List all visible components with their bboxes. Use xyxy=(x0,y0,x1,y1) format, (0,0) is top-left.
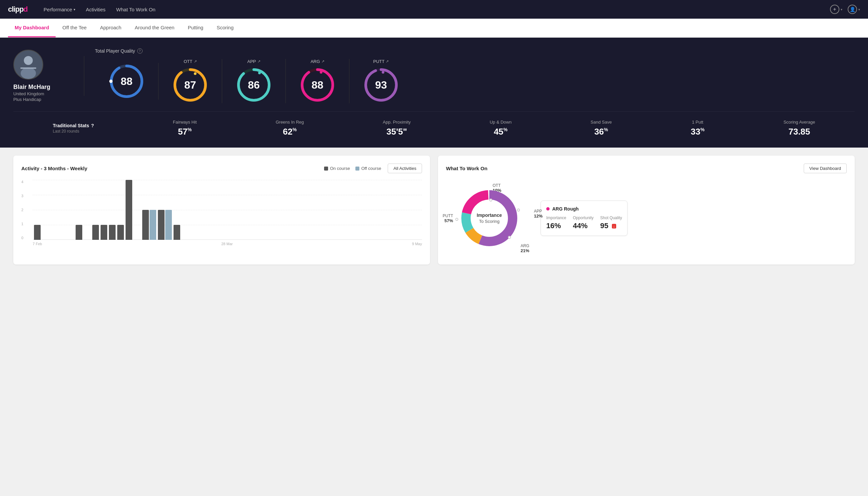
chart-area xyxy=(33,180,422,240)
y-label-3: 3 xyxy=(21,194,23,198)
bar-group-15 xyxy=(174,225,180,240)
player-country: United Kingdom xyxy=(13,91,44,96)
y-label-1: 1 xyxy=(21,222,23,226)
bar-on-11 xyxy=(126,180,132,240)
bar-group-13 xyxy=(142,210,156,240)
tab-my-dashboard[interactable]: My Dashboard xyxy=(8,19,56,37)
all-activities-button[interactable]: All Activities xyxy=(388,164,422,173)
chart-title: Activity - 3 Months - Weekly xyxy=(21,166,87,171)
top-nav: clippd Performance ▾ Activities What To … xyxy=(0,0,868,19)
gauge-app: APP ↗ 86 xyxy=(222,59,286,103)
stat-up-and-down: Up & Down 45% xyxy=(490,120,511,137)
bar-on-9 xyxy=(109,225,115,240)
bar-group-9 xyxy=(109,225,115,240)
x-label-mar: 28 Mar xyxy=(221,242,233,246)
y-label-0: 0 xyxy=(21,236,23,240)
gauge-circle-app: 86 xyxy=(236,67,272,103)
hero-section: Blair McHarg United Kingdom Plus Handica… xyxy=(0,37,868,148)
donut-label-app: APP 12% xyxy=(534,209,542,218)
x-label-feb: 7 Feb xyxy=(33,242,42,246)
brand-logo[interactable]: clippd xyxy=(8,5,28,14)
arg-dot xyxy=(546,207,550,211)
bar-chart-container: 4 3 2 1 0 xyxy=(21,180,422,246)
shot-quality-badge: ↓ xyxy=(612,224,617,229)
bar-group-8 xyxy=(100,225,107,240)
arg-stats: Importance 16% Opportunity 44% Shot Qual… xyxy=(546,216,622,230)
bar-off-13 xyxy=(149,210,156,240)
legend-off-course: Off course xyxy=(356,166,381,171)
nav-what-to-work-on[interactable]: What To Work On xyxy=(116,7,156,12)
bar-on-5 xyxy=(76,225,82,240)
player-handicap: Plus Handicap xyxy=(13,97,41,102)
bar-group-5 xyxy=(76,225,82,240)
gauge-label-app: APP ↗ xyxy=(247,59,260,64)
wtwo-header: What To Work On View Dashboard xyxy=(446,164,847,173)
donut-dot-app xyxy=(517,208,520,212)
donut-label-putt: PUTT 57% xyxy=(443,214,453,223)
add-button[interactable]: + ▾ xyxy=(830,5,842,14)
y-axis-labels: 4 3 2 1 0 xyxy=(21,180,23,240)
arg-stat-shot-quality: Shot Quality 95 ↓ xyxy=(600,216,622,230)
stat-1-putt: 1 Putt 33% xyxy=(691,120,705,137)
activity-chart-card: Activity - 3 Months - Weekly On course O… xyxy=(13,156,430,264)
svg-point-2 xyxy=(21,68,36,79)
stat-fairways-hit: Fairways Hit 57% xyxy=(173,120,197,137)
trad-stats-period: Last 20 rounds xyxy=(53,129,94,134)
user-menu[interactable]: 👤 ▾ xyxy=(848,5,860,14)
stat-sand-save: Sand Save 36% xyxy=(590,120,612,137)
quality-section: Total Player Quality ? 88 xyxy=(95,48,855,103)
svg-text:Importance: Importance xyxy=(477,213,502,218)
legend-dot-off-course xyxy=(356,167,359,171)
quality-help-icon[interactable]: ? xyxy=(137,48,143,53)
trad-stats-help-icon[interactable]: ? xyxy=(91,123,94,128)
gauge-total: 88 xyxy=(95,63,159,99)
tab-around-the-green[interactable]: Around the Green xyxy=(128,19,181,37)
bar-group-10 xyxy=(117,225,124,240)
bar-off-14 xyxy=(165,210,172,240)
bar-group-0 xyxy=(34,225,41,240)
gauge-value-total: 88 xyxy=(121,75,132,87)
logo-text-part1: clipp xyxy=(8,5,23,13)
bar-on-0 xyxy=(34,225,41,240)
arg-detail-card: ARG Rough Importance 16% Opportunity 44%… xyxy=(541,201,628,236)
quality-label: Total Player Quality ? xyxy=(95,48,855,53)
trad-stats-label: Traditional Stats ? Last 20 rounds xyxy=(53,123,94,134)
bar-on-7 xyxy=(92,225,99,240)
nav-performance[interactable]: Performance ▾ xyxy=(44,7,75,12)
bar-on-15 xyxy=(174,225,180,240)
arg-stat-importance: Importance 16% xyxy=(546,216,566,230)
gauge-ott: OTT ↗ 87 xyxy=(159,59,222,103)
gauge-circle-arg: 88 xyxy=(299,67,336,103)
bar-group-14 xyxy=(158,210,172,240)
x-axis-labels: 7 Feb 28 Mar 9 May xyxy=(33,242,422,246)
donut-dot-arg xyxy=(508,236,511,239)
nav-right: + ▾ 👤 ▾ xyxy=(830,5,860,14)
gauge-circle-ott: 87 xyxy=(172,67,208,103)
gauge-circle-total: 88 xyxy=(108,63,145,99)
what-to-work-on-card: What To Work On View Dashboard PUTT 57% … xyxy=(438,156,855,264)
gauges: 88 OTT ↗ 87 xyxy=(95,59,855,103)
stat-app-proximity: App. Proximity 35'5" xyxy=(383,120,411,137)
chart-legend: On course Off course xyxy=(324,166,381,171)
logo-text-part2: d xyxy=(23,5,27,13)
gauge-label-putt: PUTT ↗ xyxy=(373,59,389,64)
tab-scoring[interactable]: Scoring xyxy=(210,19,240,37)
y-label-4: 4 xyxy=(21,180,23,184)
tab-approach[interactable]: Approach xyxy=(93,19,128,37)
bar-on-14 xyxy=(158,210,164,240)
donut-dot-putt xyxy=(455,218,458,221)
donut-svg: Importance To Scoring xyxy=(456,185,523,251)
nav-links: Performance ▾ Activities What To Work On xyxy=(44,7,156,12)
divider-vertical xyxy=(84,56,84,96)
nav-activities[interactable]: Activities xyxy=(86,7,106,12)
donut-dot-ott xyxy=(489,199,492,202)
tab-off-the-tee[interactable]: Off the Tee xyxy=(56,19,93,37)
hero-top: Blair McHarg United Kingdom Plus Handica… xyxy=(13,48,855,103)
arg-stat-opportunity: Opportunity 44% xyxy=(573,216,594,230)
tab-putting[interactable]: Putting xyxy=(181,19,210,37)
gauge-value-arg: 88 xyxy=(312,79,323,91)
gauge-value-ott: 87 xyxy=(184,79,196,91)
view-dashboard-button[interactable]: View Dashboard xyxy=(804,164,847,173)
donut-chart-area: PUTT 57% OTT 10% APP 12% ARG xyxy=(446,180,533,257)
gauge-arg: ARG ↗ 88 xyxy=(286,59,349,103)
